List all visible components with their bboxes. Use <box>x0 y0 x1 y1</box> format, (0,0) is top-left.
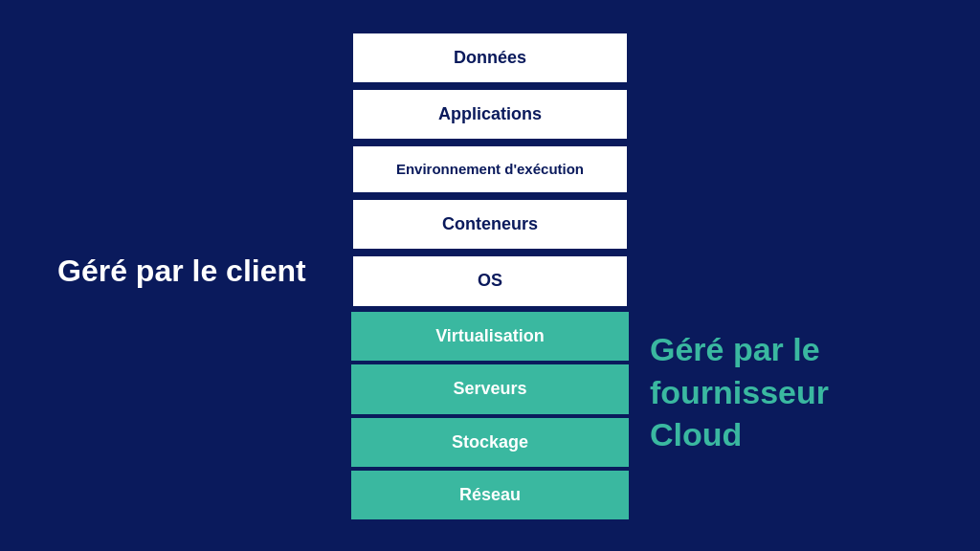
stack-item-environnement: Environnement d'exécution <box>351 144 629 194</box>
stack-item-donnees: Données <box>351 32 629 84</box>
stack-container: Données Applications Environnement d'exé… <box>351 32 629 520</box>
stack-item-serveurs: Serveurs <box>351 364 629 413</box>
stack-item-virtualisation: Virtualisation <box>351 312 629 361</box>
stack-item-conteneurs: Conteneurs <box>351 198 629 251</box>
main-container: Géré par le client Données Applications … <box>0 0 980 551</box>
stack-item-os: OS <box>351 254 629 307</box>
stack-item-stockage: Stockage <box>351 418 629 467</box>
right-label: Géré par le fournisseur Cloud <box>650 328 927 455</box>
stack-item-reseau: Réseau <box>351 471 629 519</box>
left-label: Géré par le client <box>57 252 306 292</box>
stack-item-applications: Applications <box>351 88 629 141</box>
